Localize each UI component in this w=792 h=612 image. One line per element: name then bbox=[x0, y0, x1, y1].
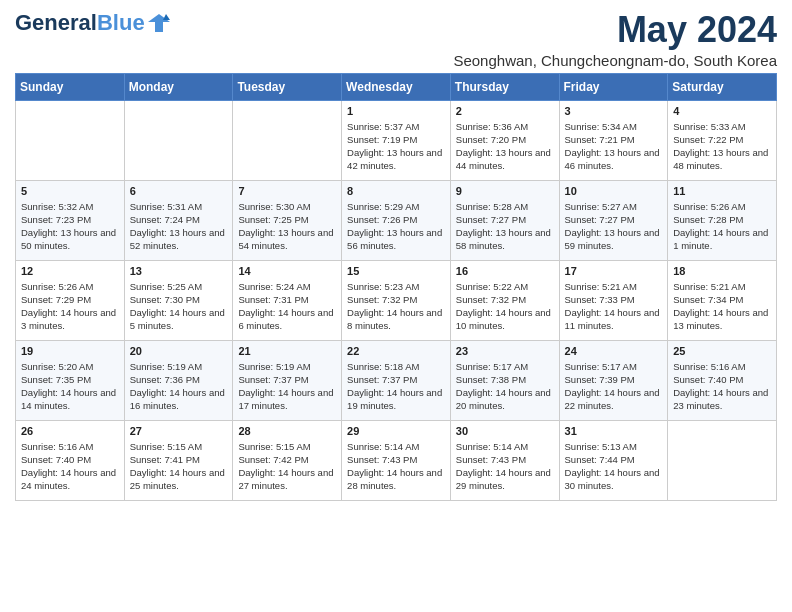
day-number: 28 bbox=[238, 425, 336, 437]
calendar-cell: 9Sunrise: 5:28 AMSunset: 7:27 PMDaylight… bbox=[450, 180, 559, 260]
calendar-cell: 5Sunrise: 5:32 AMSunset: 7:23 PMDaylight… bbox=[16, 180, 125, 260]
calendar-cell: 7Sunrise: 5:30 AMSunset: 7:25 PMDaylight… bbox=[233, 180, 342, 260]
cell-info: Sunrise: 5:15 AMSunset: 7:41 PMDaylight:… bbox=[130, 440, 228, 493]
day-number: 4 bbox=[673, 105, 771, 117]
cell-info: Sunrise: 5:16 AMSunset: 7:40 PMDaylight:… bbox=[673, 360, 771, 413]
calendar-cell: 31Sunrise: 5:13 AMSunset: 7:44 PMDayligh… bbox=[559, 420, 668, 500]
main-title: May 2024 bbox=[453, 10, 777, 50]
cell-info: Sunrise: 5:31 AMSunset: 7:24 PMDaylight:… bbox=[130, 200, 228, 253]
calendar-cell: 6Sunrise: 5:31 AMSunset: 7:24 PMDaylight… bbox=[124, 180, 233, 260]
day-number: 25 bbox=[673, 345, 771, 357]
day-number: 19 bbox=[21, 345, 119, 357]
cell-info: Sunrise: 5:18 AMSunset: 7:37 PMDaylight:… bbox=[347, 360, 445, 413]
title-block: May 2024 Seonghwan, Chungcheongnam-do, S… bbox=[453, 10, 777, 69]
day-number: 26 bbox=[21, 425, 119, 437]
calendar-cell: 3Sunrise: 5:34 AMSunset: 7:21 PMDaylight… bbox=[559, 100, 668, 180]
calendar-cell: 13Sunrise: 5:25 AMSunset: 7:30 PMDayligh… bbox=[124, 260, 233, 340]
day-number: 7 bbox=[238, 185, 336, 197]
calendar-cell: 29Sunrise: 5:14 AMSunset: 7:43 PMDayligh… bbox=[342, 420, 451, 500]
day-number: 13 bbox=[130, 265, 228, 277]
day-number: 5 bbox=[21, 185, 119, 197]
cell-info: Sunrise: 5:25 AMSunset: 7:30 PMDaylight:… bbox=[130, 280, 228, 333]
day-number: 24 bbox=[565, 345, 663, 357]
day-number: 29 bbox=[347, 425, 445, 437]
day-number: 20 bbox=[130, 345, 228, 357]
svg-marker-1 bbox=[163, 14, 170, 20]
cell-info: Sunrise: 5:27 AMSunset: 7:27 PMDaylight:… bbox=[565, 200, 663, 253]
cell-info: Sunrise: 5:21 AMSunset: 7:34 PMDaylight:… bbox=[673, 280, 771, 333]
day-number: 21 bbox=[238, 345, 336, 357]
day-number: 11 bbox=[673, 185, 771, 197]
day-number: 8 bbox=[347, 185, 445, 197]
cell-info: Sunrise: 5:21 AMSunset: 7:33 PMDaylight:… bbox=[565, 280, 663, 333]
header-saturday: Saturday bbox=[668, 73, 777, 100]
cell-info: Sunrise: 5:33 AMSunset: 7:22 PMDaylight:… bbox=[673, 120, 771, 173]
calendar-cell bbox=[668, 420, 777, 500]
day-number: 9 bbox=[456, 185, 554, 197]
logo: GeneralBlue bbox=[15, 10, 170, 36]
day-number: 22 bbox=[347, 345, 445, 357]
calendar-cell bbox=[16, 100, 125, 180]
cell-info: Sunrise: 5:34 AMSunset: 7:21 PMDaylight:… bbox=[565, 120, 663, 173]
cell-info: Sunrise: 5:14 AMSunset: 7:43 PMDaylight:… bbox=[347, 440, 445, 493]
cell-info: Sunrise: 5:26 AMSunset: 7:29 PMDaylight:… bbox=[21, 280, 119, 333]
page-header: GeneralBlue May 2024 Seonghwan, Chungche… bbox=[15, 10, 777, 69]
cell-info: Sunrise: 5:16 AMSunset: 7:40 PMDaylight:… bbox=[21, 440, 119, 493]
calendar-cell: 14Sunrise: 5:24 AMSunset: 7:31 PMDayligh… bbox=[233, 260, 342, 340]
calendar-cell: 8Sunrise: 5:29 AMSunset: 7:26 PMDaylight… bbox=[342, 180, 451, 260]
day-number: 30 bbox=[456, 425, 554, 437]
day-number: 31 bbox=[565, 425, 663, 437]
calendar-cell: 1Sunrise: 5:37 AMSunset: 7:19 PMDaylight… bbox=[342, 100, 451, 180]
calendar-cell: 30Sunrise: 5:14 AMSunset: 7:43 PMDayligh… bbox=[450, 420, 559, 500]
header-sunday: Sunday bbox=[16, 73, 125, 100]
subtitle: Seonghwan, Chungcheongnam-do, South Kore… bbox=[453, 52, 777, 69]
calendar-cell: 26Sunrise: 5:16 AMSunset: 7:40 PMDayligh… bbox=[16, 420, 125, 500]
cell-info: Sunrise: 5:20 AMSunset: 7:35 PMDaylight:… bbox=[21, 360, 119, 413]
calendar-cell: 20Sunrise: 5:19 AMSunset: 7:36 PMDayligh… bbox=[124, 340, 233, 420]
cell-info: Sunrise: 5:14 AMSunset: 7:43 PMDaylight:… bbox=[456, 440, 554, 493]
cell-info: Sunrise: 5:19 AMSunset: 7:36 PMDaylight:… bbox=[130, 360, 228, 413]
day-number: 17 bbox=[565, 265, 663, 277]
cell-info: Sunrise: 5:23 AMSunset: 7:32 PMDaylight:… bbox=[347, 280, 445, 333]
cell-info: Sunrise: 5:19 AMSunset: 7:37 PMDaylight:… bbox=[238, 360, 336, 413]
header-tuesday: Tuesday bbox=[233, 73, 342, 100]
day-number: 1 bbox=[347, 105, 445, 117]
cell-info: Sunrise: 5:32 AMSunset: 7:23 PMDaylight:… bbox=[21, 200, 119, 253]
calendar-cell: 19Sunrise: 5:20 AMSunset: 7:35 PMDayligh… bbox=[16, 340, 125, 420]
cell-info: Sunrise: 5:28 AMSunset: 7:27 PMDaylight:… bbox=[456, 200, 554, 253]
day-number: 23 bbox=[456, 345, 554, 357]
cell-info: Sunrise: 5:30 AMSunset: 7:25 PMDaylight:… bbox=[238, 200, 336, 253]
calendar-cell: 27Sunrise: 5:15 AMSunset: 7:41 PMDayligh… bbox=[124, 420, 233, 500]
calendar-cell: 28Sunrise: 5:15 AMSunset: 7:42 PMDayligh… bbox=[233, 420, 342, 500]
calendar-cell: 2Sunrise: 5:36 AMSunset: 7:20 PMDaylight… bbox=[450, 100, 559, 180]
cell-info: Sunrise: 5:17 AMSunset: 7:38 PMDaylight:… bbox=[456, 360, 554, 413]
calendar-cell: 22Sunrise: 5:18 AMSunset: 7:37 PMDayligh… bbox=[342, 340, 451, 420]
cell-info: Sunrise: 5:26 AMSunset: 7:28 PMDaylight:… bbox=[673, 200, 771, 253]
day-number: 10 bbox=[565, 185, 663, 197]
day-number: 16 bbox=[456, 265, 554, 277]
calendar-cell: 17Sunrise: 5:21 AMSunset: 7:33 PMDayligh… bbox=[559, 260, 668, 340]
cell-info: Sunrise: 5:29 AMSunset: 7:26 PMDaylight:… bbox=[347, 200, 445, 253]
calendar-cell: 18Sunrise: 5:21 AMSunset: 7:34 PMDayligh… bbox=[668, 260, 777, 340]
day-number: 27 bbox=[130, 425, 228, 437]
day-number: 15 bbox=[347, 265, 445, 277]
header-friday: Friday bbox=[559, 73, 668, 100]
day-number: 3 bbox=[565, 105, 663, 117]
calendar-cell: 15Sunrise: 5:23 AMSunset: 7:32 PMDayligh… bbox=[342, 260, 451, 340]
day-number: 12 bbox=[21, 265, 119, 277]
logo-bird-icon bbox=[148, 12, 170, 34]
calendar-cell: 25Sunrise: 5:16 AMSunset: 7:40 PMDayligh… bbox=[668, 340, 777, 420]
calendar-cell bbox=[233, 100, 342, 180]
header-thursday: Thursday bbox=[450, 73, 559, 100]
calendar-cell: 11Sunrise: 5:26 AMSunset: 7:28 PMDayligh… bbox=[668, 180, 777, 260]
calendar-cell: 16Sunrise: 5:22 AMSunset: 7:32 PMDayligh… bbox=[450, 260, 559, 340]
calendar-cell: 21Sunrise: 5:19 AMSunset: 7:37 PMDayligh… bbox=[233, 340, 342, 420]
calendar-cell: 4Sunrise: 5:33 AMSunset: 7:22 PMDaylight… bbox=[668, 100, 777, 180]
calendar-cell: 24Sunrise: 5:17 AMSunset: 7:39 PMDayligh… bbox=[559, 340, 668, 420]
day-number: 18 bbox=[673, 265, 771, 277]
day-number: 14 bbox=[238, 265, 336, 277]
logo-text: GeneralBlue bbox=[15, 10, 145, 36]
calendar-table: SundayMondayTuesdayWednesdayThursdayFrid… bbox=[15, 73, 777, 501]
cell-info: Sunrise: 5:22 AMSunset: 7:32 PMDaylight:… bbox=[456, 280, 554, 333]
calendar-cell bbox=[124, 100, 233, 180]
